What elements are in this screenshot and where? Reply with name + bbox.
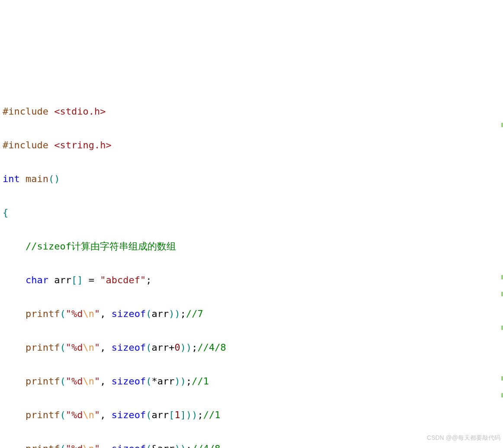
code-line: #include <string.h> [3, 137, 500, 154]
string-abcdef: "abcdef" [100, 275, 146, 285]
num-1: 1 [174, 410, 180, 420]
code-line: printf("%d\n", sizeof(&arr));//4/8 [3, 440, 500, 448]
comment: //1 [192, 376, 209, 387]
fn-printf: printf [26, 443, 60, 448]
semicolon: ; [180, 308, 186, 319]
ident-arr: arr [151, 308, 169, 319]
comment: //1 [203, 410, 221, 420]
paren-close: ) [174, 308, 180, 319]
op-plus: + [169, 342, 174, 353]
ident-arr: arr [54, 275, 71, 285]
fmt-q: " [94, 308, 100, 319]
semicolon: ; [146, 275, 151, 285]
header-stdio: <stdio.h> [54, 106, 106, 117]
kw-sizeof: sizeof [112, 308, 146, 319]
code-line: printf("%d\n", sizeof(arr));//7 [3, 305, 500, 322]
kw-sizeof: sizeof [112, 410, 146, 420]
paren-close: ) [54, 173, 60, 184]
kw-sizeof: sizeof [112, 376, 146, 387]
paren-open: ( [60, 308, 65, 319]
code-line: //sizeof计算由字符串组成的数组 [3, 238, 500, 255]
brace-open: { [3, 207, 8, 218]
header-string: <string.h> [54, 140, 111, 150]
code-line: printf("%d\n", sizeof(*arr));//1 [3, 373, 500, 390]
gutter-markers [500, 0, 503, 448]
watermark: CSDN @@每天都要敲代码 [427, 429, 500, 446]
op-amp: & [151, 443, 157, 448]
fn-printf: printf [26, 342, 60, 353]
comment-sizeof-title: //sizeof计算由字符串组成的数组 [26, 241, 176, 252]
kw-sizeof: sizeof [112, 342, 146, 353]
kw-sizeof: sizeof [112, 443, 146, 448]
kw-char: char [26, 275, 48, 285]
fmt-esc: \n [83, 308, 94, 319]
fn-main: main [26, 173, 48, 184]
fn-printf: printf [26, 308, 60, 319]
code-line: #include <stdio.h> [3, 103, 500, 120]
fn-printf: printf [26, 410, 60, 420]
paren-close: ) [169, 308, 174, 319]
fn-printf: printf [26, 376, 60, 387]
paren-open: ( [48, 173, 54, 184]
op-star: * [151, 376, 157, 387]
code-line: { [3, 204, 500, 221]
comment: //4/8 [192, 443, 220, 448]
comma: , [100, 308, 112, 319]
code-line: int main() [3, 170, 500, 187]
comment: //4/8 [197, 342, 226, 353]
code-line: printf("%d\n", sizeof(arr+0));//4/8 [3, 339, 500, 356]
preproc-include: #include [3, 106, 48, 117]
kw-int: int [3, 173, 20, 184]
fmt-q: " [66, 308, 71, 319]
bracket-pair: [] [71, 275, 83, 285]
preproc-include: #include [3, 140, 48, 150]
code-line: char arr[] = "abcdef"; [3, 272, 500, 288]
num-0: 0 [174, 342, 180, 353]
code-line: printf("%d\n", sizeof(arr[1]));//1 [3, 406, 500, 423]
paren-open: ( [146, 308, 151, 319]
comment: //7 [186, 308, 203, 319]
op-eq: = [83, 275, 100, 285]
fmt-pct: %d [71, 308, 83, 319]
